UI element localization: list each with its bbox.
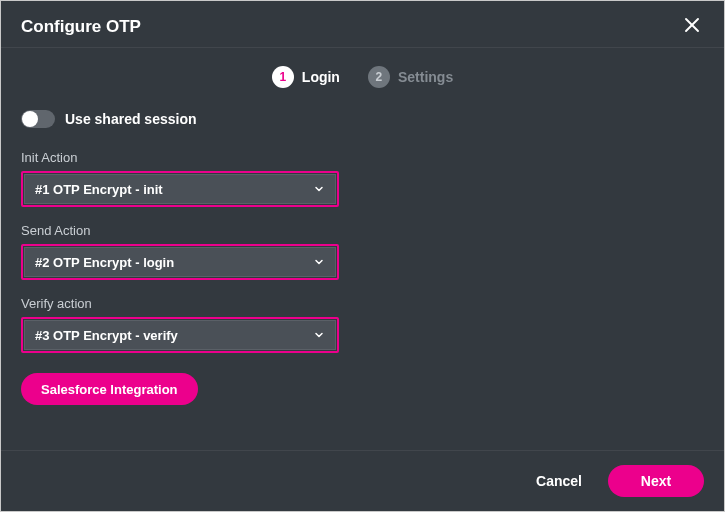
send-action-group: Send Action #2 OTP Encrypt - login bbox=[21, 223, 704, 280]
verify-action-value: #3 OTP Encrypt - verify bbox=[35, 328, 178, 343]
chevron-down-icon bbox=[313, 256, 325, 268]
shared-session-row: Use shared session bbox=[21, 110, 704, 128]
step-label: Login bbox=[302, 69, 340, 85]
close-icon bbox=[683, 16, 701, 38]
configure-otp-modal: Configure OTP 1 Login 2 Settings Use sha… bbox=[0, 0, 725, 512]
next-button[interactable]: Next bbox=[608, 465, 704, 497]
verify-action-highlight: #3 OTP Encrypt - verify bbox=[21, 317, 339, 353]
chevron-down-icon bbox=[313, 329, 325, 341]
toggle-knob bbox=[22, 111, 38, 127]
send-action-highlight: #2 OTP Encrypt - login bbox=[21, 244, 339, 280]
init-action-highlight: #1 OTP Encrypt - init bbox=[21, 171, 339, 207]
shared-session-toggle[interactable] bbox=[21, 110, 55, 128]
init-action-value: #1 OTP Encrypt - init bbox=[35, 182, 163, 197]
init-action-label: Init Action bbox=[21, 150, 704, 165]
step-settings[interactable]: 2 Settings bbox=[368, 66, 453, 88]
verify-action-group: Verify action #3 OTP Encrypt - verify bbox=[21, 296, 704, 353]
modal-footer: Cancel Next bbox=[1, 450, 724, 511]
init-action-group: Init Action #1 OTP Encrypt - init bbox=[21, 150, 704, 207]
salesforce-integration-button[interactable]: Salesforce Integration bbox=[21, 373, 198, 405]
cancel-label: Cancel bbox=[536, 473, 582, 489]
shared-session-label: Use shared session bbox=[65, 111, 197, 127]
modal-title: Configure OTP bbox=[21, 17, 141, 37]
modal-header: Configure OTP bbox=[1, 1, 724, 48]
step-label: Settings bbox=[398, 69, 453, 85]
cancel-button[interactable]: Cancel bbox=[536, 473, 582, 489]
chevron-down-icon bbox=[313, 183, 325, 195]
step-number: 2 bbox=[368, 66, 390, 88]
init-action-select[interactable]: #1 OTP Encrypt - init bbox=[24, 174, 336, 204]
verify-action-label: Verify action bbox=[21, 296, 704, 311]
send-action-value: #2 OTP Encrypt - login bbox=[35, 255, 174, 270]
send-action-label: Send Action bbox=[21, 223, 704, 238]
salesforce-integration-label: Salesforce Integration bbox=[41, 382, 178, 397]
close-button[interactable] bbox=[680, 15, 704, 39]
step-login[interactable]: 1 Login bbox=[272, 66, 340, 88]
modal-body: Use shared session Init Action #1 OTP En… bbox=[1, 98, 724, 450]
step-number: 1 bbox=[272, 66, 294, 88]
wizard-steps: 1 Login 2 Settings bbox=[1, 48, 724, 98]
verify-action-select[interactable]: #3 OTP Encrypt - verify bbox=[24, 320, 336, 350]
send-action-select[interactable]: #2 OTP Encrypt - login bbox=[24, 247, 336, 277]
next-label: Next bbox=[641, 473, 671, 489]
